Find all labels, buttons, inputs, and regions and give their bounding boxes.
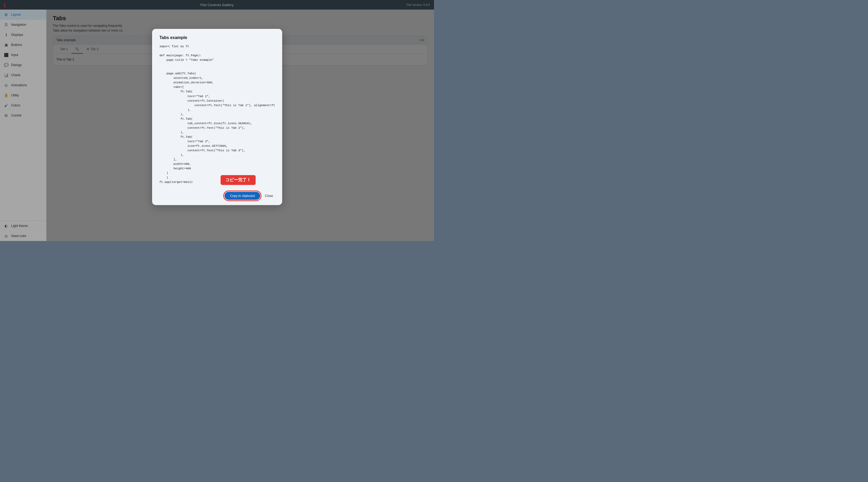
code-block: import flet as ft def main(page: ft.Page… (159, 44, 275, 185)
copy-toast: コピー完了！ (221, 175, 256, 185)
copy-to-clipboard-button[interactable]: Copy to clipboard (224, 192, 260, 200)
code-dialog: Tabs example import flet as ft def main(… (152, 29, 282, 205)
code-scroll-area: import flet as ft def main(page: ft.Page… (159, 44, 275, 188)
dialog-footer: Copy to clipboard Close (159, 192, 275, 200)
close-dialog-button[interactable]: Close (263, 192, 275, 200)
dialog-title: Tabs example (159, 35, 275, 40)
